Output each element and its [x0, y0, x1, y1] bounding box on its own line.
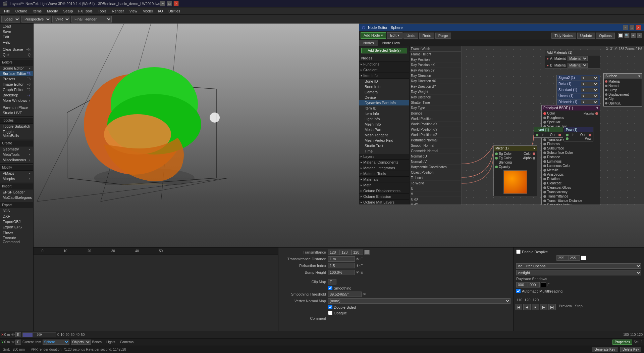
invert-node[interactable]: Invert (1) In Out — [534, 127, 563, 138]
y-e-button[interactable]: E — [15, 340, 21, 345]
prev-play-button[interactable]: ◀ — [523, 304, 531, 310]
sidebar-vmaps[interactable]: VMaps — [0, 171, 33, 176]
ne-section-gradient[interactable]: Gradient — [359, 67, 409, 73]
ne-section-mat-comp[interactable]: Material Components — [359, 160, 409, 165]
ne-section-materials[interactable]: Materials — [359, 177, 409, 182]
delta-select[interactable]: ▾ — [581, 82, 598, 86]
timeline-slider[interactable]: 209 — [22, 333, 56, 337]
ne-section-functions[interactable]: Functions — [359, 61, 409, 67]
sidebar-toggle-subpatch[interactable]: Toggle Subpatch — [0, 124, 33, 129]
ne-section-mat-tools[interactable]: Material Tools — [359, 171, 409, 177]
add-node-button[interactable]: Add Node ▾ — [361, 32, 386, 39]
smoothing-thresh-field[interactable] — [328, 292, 362, 297]
ne-tb-plus[interactable]: + — [631, 33, 636, 38]
transmittance-r-field[interactable] — [328, 250, 340, 255]
value-255-field[interactable] — [556, 255, 568, 261]
double-sided-checkbox[interactable] — [328, 305, 332, 309]
purge-button[interactable]: Purge — [435, 33, 451, 39]
sidebar-clear-scene[interactable]: Clear Scene +N — [0, 47, 33, 52]
ne-section-oct-emit[interactable]: Octane Emission — [359, 194, 409, 200]
sidebar-backdrop[interactable]: BackdropF7 — [0, 92, 33, 98]
ne-tb-search[interactable]: 🔍 — [624, 33, 630, 38]
menu-render[interactable]: Render — [109, 8, 127, 14]
maximize-button[interactable]: □ — [167, 1, 172, 6]
smoothing-eye-icon[interactable]: 👁 — [363, 292, 366, 296]
ne-item-studio-trait[interactable]: Studio Trait — [359, 143, 409, 148]
sidebar-image-editor[interactable]: Image EditorF6 — [0, 82, 33, 87]
value-255b-field[interactable] — [568, 255, 580, 261]
ne-item-device[interactable]: Device — [359, 95, 409, 100]
menu-octane[interactable]: Octane — [13, 8, 30, 14]
transmittance-dist-field[interactable] — [328, 256, 355, 262]
ne-close[interactable]: ✕ — [636, 25, 641, 30]
ne-minimize[interactable]: − — [623, 25, 628, 30]
tidy-nodes-button[interactable]: Tidy Nodes — [551, 33, 576, 39]
ne-section-mat-int[interactable]: Material Integrators — [359, 165, 409, 171]
sidebar-graph-editor[interactable]: Graph EditorF2 — [0, 87, 33, 92]
update-button[interactable]: Update — [577, 33, 595, 39]
unreal-node[interactable]: Unreal (1) ▾ — [556, 93, 600, 99]
menu-modify[interactable]: Modify — [44, 8, 60, 14]
ne-tb-minus[interactable]: − — [637, 33, 642, 38]
view-select[interactable]: Perspective — [21, 16, 51, 23]
prev-frame-button[interactable]: |◀ — [515, 304, 522, 310]
menu-tools[interactable]: Tools — [95, 8, 109, 14]
sidebar-export-eps[interactable]: Export EPS — [0, 224, 33, 230]
x-eye-icon[interactable]: 👁 — [11, 333, 15, 337]
tab-node-flow[interactable]: Node Flow — [378, 40, 405, 46]
sidebar-more-windows[interactable]: More Windows▸ — [0, 98, 33, 103]
menu-fxtools[interactable]: FX Tools — [75, 8, 95, 14]
y-eye-icon[interactable]: 👁 — [11, 340, 15, 344]
ne-maximize[interactable]: □ — [629, 25, 635, 30]
bump-height-field[interactable] — [328, 270, 355, 275]
sidebar-help[interactable]: Help — [0, 40, 33, 45]
timeline-track[interactable] — [34, 255, 278, 331]
enable-despike-checkbox[interactable] — [516, 250, 521, 254]
ne-item-bone-info[interactable]: Bone Info — [359, 84, 409, 89]
close-button[interactable]: ✕ — [173, 1, 179, 6]
sigma2-select[interactable]: ▾ — [581, 76, 598, 80]
sidebar-metatools[interactable]: MetaTools — [0, 152, 33, 157]
ne-item-camera[interactable]: Camera — [359, 89, 409, 95]
ne-section-oct-mat-layers[interactable]: Octane Mat Layers — [359, 200, 409, 205]
stop-button[interactable]: ■ — [532, 304, 539, 310]
ne-item-mesh-tangent[interactable]: Mesh Tangent — [359, 132, 409, 138]
clip-map-field[interactable] — [328, 279, 336, 284]
sidebar-scene-editor[interactable]: Scene Editor▸ — [0, 65, 33, 71]
undo-button[interactable]: Undo — [404, 33, 418, 39]
x-e-button[interactable]: E — [15, 332, 21, 337]
objects-select[interactable]: Objects — [71, 340, 91, 345]
dielectric-node[interactable]: Dielectric (1) ▾ — [556, 99, 600, 105]
menu-io[interactable]: I/O — [155, 8, 166, 14]
shadow-e-icon[interactable]: E — [547, 283, 550, 287]
standard-node[interactable]: Standard (1) ▾ — [556, 87, 600, 93]
smoothing-checkbox[interactable] — [328, 286, 332, 290]
sidebar-3ds[interactable]: 3DS — [0, 208, 33, 214]
delta-node[interactable]: Delta (1) ▾ — [556, 81, 600, 87]
generate-key-button[interactable]: Generate Key — [592, 347, 618, 352]
ne-section-item-info[interactable]: Item Info — [359, 73, 409, 79]
node-canvas[interactable]: X: 31 Y: 138 Zoom: 91% Frame Width Frame… — [410, 46, 644, 205]
sidebar-presets[interactable]: PresetsF8 — [0, 76, 33, 82]
redo-button[interactable]: Redo — [419, 33, 434, 39]
auto-thread-checkbox[interactable] — [516, 289, 521, 293]
sidebar-parent-in-place[interactable]: Parent in Place — [0, 105, 33, 110]
e-icon[interactable]: E — [361, 257, 363, 261]
menu-file[interactable]: File — [1, 8, 13, 14]
vertex-normal-select[interactable]: (none) — [328, 298, 511, 304]
vpr-select[interactable]: VPR — [52, 16, 70, 23]
eye-icon[interactable]: 👁 — [356, 257, 360, 261]
minimize-button[interactable]: − — [160, 1, 165, 6]
bsdf-node[interactable]: Principled BSDF (1) ▾ ColorMaterial Roug… — [541, 105, 600, 205]
transmittance-b-field[interactable] — [352, 250, 363, 255]
pow-node[interactable]: Pow (1) In Out Pow — [564, 127, 593, 141]
sidebar-epsf-loader[interactable]: EPSF Loader — [0, 189, 33, 195]
ne-section-math[interactable]: Math — [359, 182, 409, 188]
material-b-select[interactable]: Material — [568, 63, 588, 68]
menu-utilities[interactable]: Utilities — [166, 8, 183, 14]
mixer-node[interactable]: Mixer (1) ▾ Bg ColorColor Fg ColorAlpha … — [493, 145, 537, 196]
options-button[interactable]: Options — [596, 33, 615, 39]
menu-setup[interactable]: Setup — [61, 8, 76, 14]
shadow-color-swatch[interactable] — [541, 282, 546, 287]
sidebar-exportobj[interactable]: ExportOBJ — [0, 219, 33, 224]
